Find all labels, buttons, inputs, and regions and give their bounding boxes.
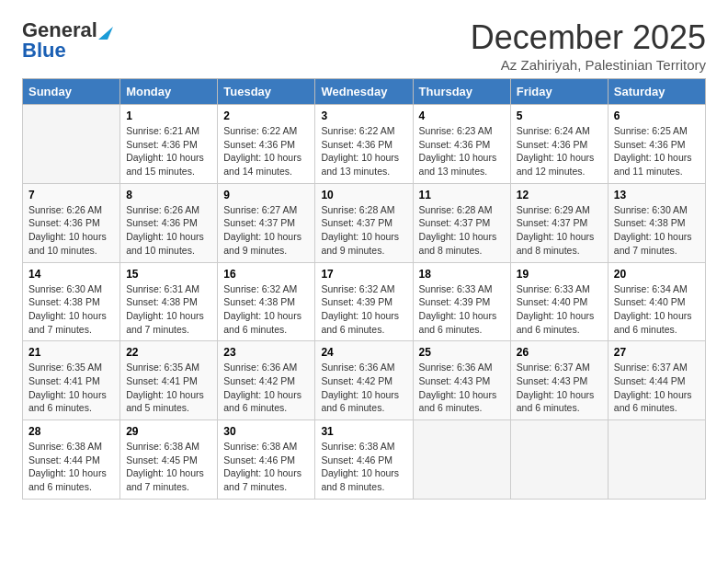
day-cell — [413, 420, 510, 500]
week-row-2: 7Sunrise: 6:26 AMSunset: 4:36 PMDaylight… — [23, 183, 706, 262]
day-info: Sunrise: 6:31 AMSunset: 4:38 PMDaylight:… — [126, 282, 211, 337]
day-number: 16 — [223, 268, 309, 281]
day-cell: 18Sunrise: 6:33 AMSunset: 4:39 PMDayligh… — [413, 262, 510, 341]
header-cell-friday: Friday — [510, 79, 608, 105]
day-number: 2 — [223, 109, 309, 122]
day-number: 1 — [126, 109, 211, 122]
day-cell — [608, 420, 705, 500]
day-info: Sunrise: 6:24 AMSunset: 4:36 PMDaylight:… — [517, 124, 602, 178]
day-cell: 25Sunrise: 6:36 AMSunset: 4:43 PMDayligh… — [413, 341, 510, 420]
day-cell: 2Sunrise: 6:22 AMSunset: 4:36 PMDaylight… — [218, 105, 315, 184]
day-cell: 19Sunrise: 6:33 AMSunset: 4:40 PMDayligh… — [510, 262, 608, 341]
day-info: Sunrise: 6:28 AMSunset: 4:37 PMDaylight:… — [419, 203, 505, 258]
day-cell: 26Sunrise: 6:37 AMSunset: 4:43 PMDayligh… — [510, 341, 608, 420]
day-number: 17 — [321, 268, 406, 281]
calendar-table: SundayMondayTuesdayWednesdayThursdayFrid… — [22, 78, 706, 500]
day-cell: 22Sunrise: 6:35 AMSunset: 4:41 PMDayligh… — [120, 341, 218, 420]
day-number: 22 — [126, 346, 211, 359]
header-cell-tuesday: Tuesday — [218, 79, 315, 105]
header-cell-monday: Monday — [120, 79, 218, 105]
calendar-body: 1Sunrise: 6:21 AMSunset: 4:36 PMDaylight… — [23, 105, 706, 500]
day-number: 20 — [614, 268, 700, 281]
day-info: Sunrise: 6:26 AMSunset: 4:36 PMDaylight:… — [28, 203, 114, 258]
day-cell: 11Sunrise: 6:28 AMSunset: 4:37 PMDayligh… — [413, 183, 510, 262]
header-cell-thursday: Thursday — [413, 79, 510, 105]
day-number: 15 — [126, 268, 211, 281]
day-number: 9 — [223, 189, 309, 201]
day-info: Sunrise: 6:28 AMSunset: 4:37 PMDaylight:… — [321, 203, 406, 258]
day-info: Sunrise: 6:32 AMSunset: 4:39 PMDaylight:… — [321, 282, 406, 337]
day-cell: 13Sunrise: 6:30 AMSunset: 4:38 PMDayligh… — [608, 183, 705, 262]
day-number: 30 — [223, 425, 309, 438]
day-number: 21 — [28, 346, 114, 359]
day-number: 27 — [614, 346, 700, 359]
day-info: Sunrise: 6:22 AMSunset: 4:36 PMDaylight:… — [321, 124, 406, 178]
day-number: 10 — [321, 189, 406, 201]
day-cell: 28Sunrise: 6:38 AMSunset: 4:44 PMDayligh… — [23, 420, 120, 500]
day-number: 11 — [419, 189, 505, 201]
page-header: General Blue December 2025 Az Zahiriyah,… — [22, 18, 706, 73]
day-cell: 24Sunrise: 6:36 AMSunset: 4:42 PMDayligh… — [315, 341, 413, 420]
day-number: 29 — [126, 425, 211, 438]
day-number: 26 — [517, 346, 602, 359]
day-info: Sunrise: 6:35 AMSunset: 4:41 PMDaylight:… — [126, 361, 211, 415]
day-number: 14 — [28, 268, 114, 281]
day-info: Sunrise: 6:29 AMSunset: 4:37 PMDaylight:… — [517, 203, 602, 258]
day-number: 24 — [321, 346, 406, 359]
logo-blue: Blue — [22, 39, 66, 63]
day-cell: 10Sunrise: 6:28 AMSunset: 4:37 PMDayligh… — [315, 183, 413, 262]
day-info: Sunrise: 6:36 AMSunset: 4:42 PMDaylight:… — [321, 361, 406, 415]
week-row-4: 21Sunrise: 6:35 AMSunset: 4:41 PMDayligh… — [23, 341, 706, 420]
day-cell: 7Sunrise: 6:26 AMSunset: 4:36 PMDaylight… — [23, 183, 120, 262]
header-cell-saturday: Saturday — [608, 79, 705, 105]
day-number: 5 — [517, 109, 602, 122]
svg-marker-0 — [98, 27, 113, 40]
day-info: Sunrise: 6:33 AMSunset: 4:39 PMDaylight:… — [419, 282, 505, 337]
day-cell — [23, 105, 120, 184]
day-number: 13 — [614, 189, 700, 201]
week-row-3: 14Sunrise: 6:30 AMSunset: 4:38 PMDayligh… — [23, 262, 706, 341]
day-info: Sunrise: 6:38 AMSunset: 4:44 PMDaylight:… — [28, 440, 114, 494]
day-cell: 16Sunrise: 6:32 AMSunset: 4:38 PMDayligh… — [218, 262, 315, 341]
day-info: Sunrise: 6:37 AMSunset: 4:44 PMDaylight:… — [614, 361, 700, 415]
day-info: Sunrise: 6:22 AMSunset: 4:36 PMDaylight:… — [223, 124, 309, 178]
day-info: Sunrise: 6:30 AMSunset: 4:38 PMDaylight:… — [614, 203, 700, 258]
day-cell: 6Sunrise: 6:25 AMSunset: 4:36 PMDaylight… — [608, 105, 705, 184]
day-info: Sunrise: 6:30 AMSunset: 4:38 PMDaylight:… — [28, 282, 114, 337]
day-cell: 23Sunrise: 6:36 AMSunset: 4:42 PMDayligh… — [218, 341, 315, 420]
day-number: 7 — [28, 189, 114, 201]
day-cell: 9Sunrise: 6:27 AMSunset: 4:37 PMDaylight… — [218, 183, 315, 262]
day-cell — [510, 420, 608, 500]
day-info: Sunrise: 6:37 AMSunset: 4:43 PMDaylight:… — [517, 361, 602, 415]
day-cell: 30Sunrise: 6:38 AMSunset: 4:46 PMDayligh… — [218, 420, 315, 500]
week-row-1: 1Sunrise: 6:21 AMSunset: 4:36 PMDaylight… — [23, 105, 706, 184]
day-info: Sunrise: 6:25 AMSunset: 4:36 PMDaylight:… — [614, 124, 700, 178]
day-info: Sunrise: 6:34 AMSunset: 4:40 PMDaylight:… — [614, 282, 700, 337]
week-row-5: 28Sunrise: 6:38 AMSunset: 4:44 PMDayligh… — [23, 420, 706, 500]
logo: General Blue — [22, 18, 114, 63]
day-info: Sunrise: 6:21 AMSunset: 4:36 PMDaylight:… — [126, 124, 211, 178]
day-cell: 5Sunrise: 6:24 AMSunset: 4:36 PMDaylight… — [510, 105, 608, 184]
day-number: 18 — [419, 268, 505, 281]
title-block: December 2025 Az Zahiriyah, Palestinian … — [471, 18, 706, 73]
day-info: Sunrise: 6:38 AMSunset: 4:46 PMDaylight:… — [321, 440, 406, 494]
day-info: Sunrise: 6:33 AMSunset: 4:40 PMDaylight:… — [517, 282, 602, 337]
day-number: 8 — [126, 189, 211, 201]
calendar-subtitle: Az Zahiriyah, Palestinian Territory — [471, 57, 706, 73]
day-cell: 8Sunrise: 6:26 AMSunset: 4:36 PMDaylight… — [120, 183, 218, 262]
day-cell: 20Sunrise: 6:34 AMSunset: 4:40 PMDayligh… — [608, 262, 705, 341]
day-cell: 27Sunrise: 6:37 AMSunset: 4:44 PMDayligh… — [608, 341, 705, 420]
day-cell: 4Sunrise: 6:23 AMSunset: 4:36 PMDaylight… — [413, 105, 510, 184]
day-info: Sunrise: 6:35 AMSunset: 4:41 PMDaylight:… — [28, 361, 114, 415]
day-cell: 31Sunrise: 6:38 AMSunset: 4:46 PMDayligh… — [315, 420, 413, 500]
header-cell-wednesday: Wednesday — [315, 79, 413, 105]
day-cell: 29Sunrise: 6:38 AMSunset: 4:45 PMDayligh… — [120, 420, 218, 500]
day-number: 3 — [321, 109, 406, 122]
calendar-title: December 2025 — [471, 18, 706, 57]
day-number: 28 — [28, 425, 114, 438]
day-number: 23 — [223, 346, 309, 359]
day-number: 12 — [517, 189, 602, 201]
day-number: 6 — [614, 109, 700, 122]
day-info: Sunrise: 6:23 AMSunset: 4:36 PMDaylight:… — [419, 124, 505, 178]
day-info: Sunrise: 6:38 AMSunset: 4:45 PMDaylight:… — [126, 440, 211, 494]
